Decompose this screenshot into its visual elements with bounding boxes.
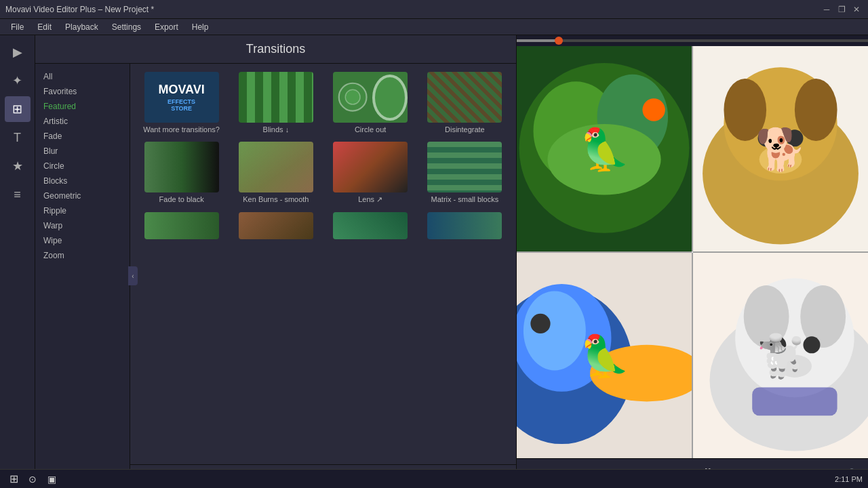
taskbar-time: 2:11 PM [835,475,863,483]
minimize-button[interactable]: ─ [821,3,833,16]
tool-media[interactable]: ▶ [5,39,31,65]
transition-item-10[interactable] [230,209,321,242]
category-circle[interactable]: Circle [35,159,130,174]
transition-effects-store[interactable]: MOVAVI EFFECTS STORE Want more transitio… [136,69,227,136]
collapse-sidebar-button[interactable]: ‹ [128,266,138,285]
svg-point-16 [760,145,802,174]
menu-settings[interactable]: Settings [106,21,146,33]
category-wipe[interactable]: Wipe [35,233,130,248]
transitions-title: Transitions [35,35,516,64]
category-geometric[interactable]: Geometric [35,188,130,203]
svg-point-30 [778,354,812,377]
svg-point-7 [642,98,665,121]
svg-rect-31 [752,388,837,416]
transitions-body: All Favorites Featured Artistic Fade Blu… [35,64,516,488]
transition-disintegrate[interactable]: Disintegrate [419,69,511,136]
transition-item-12[interactable] [419,209,511,242]
collage-cell-dog-topright [693,46,868,251]
search-taskbar-button[interactable]: ⊙ [24,471,41,487]
window-title: Movavi Video Editor Plus – New Project * [5,5,154,14]
transition-lens[interactable]: Lens ↗ [325,139,416,207]
svg-point-13 [795,79,837,141]
preview-area [517,46,868,458]
transitions-grid: MOVAVI EFFECTS STORE Want more transitio… [130,64,516,464]
taskbar-left: ⊞ ⊙ ▣ [5,471,60,487]
category-fade[interactable]: Fade [35,129,130,144]
tool-effects[interactable]: ✦ [5,68,31,94]
start-button[interactable]: ⊞ [5,471,22,487]
tool-favorites[interactable]: ★ [5,153,31,179]
svg-point-20 [524,291,586,370]
left-toolbar: ▶ ✦ ⊞ T ★ ≡ [0,35,35,488]
menu-bar: File Edit Playback Settings Export Help [0,19,868,35]
svg-point-22 [530,314,550,333]
menu-export[interactable]: Export [149,21,184,33]
menu-file[interactable]: File [5,21,29,33]
category-blur[interactable]: Blur [35,144,130,159]
transition-label: Fade to black [159,195,204,203]
transition-label: Blinds ↓ [263,125,290,134]
svg-point-15 [786,129,803,146]
close-button[interactable]: ✕ [850,3,863,16]
svg-point-8 [547,124,660,195]
seek-bar[interactable] [517,39,868,42]
transition-label: Ken Burns - smooth [243,195,309,203]
seek-progress [517,39,559,42]
svg-point-14 [758,129,775,146]
preview-panel: 00:00:07.123 ⏮ ⏸ ⏭ ⤢ ⊡ 🔊 [517,35,868,488]
transition-label: Lens ↗ [358,195,382,204]
category-blocks[interactable]: Blocks [35,174,130,188]
taskbar: ⊞ ⊙ ▣ 2:11 PM [0,469,868,488]
transition-label: Disintegrate [445,125,485,134]
content-area: Transitions All Favorites Featured Artis… [35,35,868,488]
transition-fade-black[interactable]: Fade to black [136,139,227,207]
transitions-panel: Transitions All Favorites Featured Artis… [35,35,517,488]
collage-cell-dog-bottomright [693,253,868,458]
menu-edit[interactable]: Edit [32,21,57,33]
tool-transitions[interactable]: ⊞ [5,96,31,122]
category-featured[interactable]: Featured [35,99,130,114]
category-warp[interactable]: Warp [35,218,130,233]
collage-cell-parrot-topleft [517,46,692,251]
taskbar-right: 2:11 PM [835,475,863,483]
task-view-button[interactable]: ▣ [43,471,60,487]
transition-label: Want more transitions? [143,125,220,134]
category-all[interactable]: All [35,69,130,84]
transition-item-11[interactable] [325,209,416,242]
tool-filters[interactable]: ≡ [5,182,31,207]
menu-help[interactable]: Help [186,21,214,33]
transition-ken-burns-smooth[interactable]: Ken Burns - smooth [230,139,321,207]
category-zoom[interactable]: Zoom [35,248,130,263]
maximize-button[interactable]: ❐ [835,3,848,16]
preview-collage [517,46,868,458]
category-favorites[interactable]: Favorites [35,84,130,99]
svg-point-26 [744,285,789,348]
menu-playback[interactable]: Playback [60,21,104,33]
category-ripple[interactable]: Ripple [35,203,130,218]
svg-point-12 [724,79,766,141]
collage-cell-parrot-bottomleft [517,253,692,458]
categories-sidebar: All Favorites Featured Artistic Fade Blu… [35,64,130,488]
transition-label: Matrix - small blocks [431,195,499,203]
main-area: ▶ ✦ ⊞ T ★ ≡ Transitions All Favorites Fe… [0,35,868,488]
tool-text[interactable]: T [5,125,31,150]
seek-handle[interactable] [555,37,563,45]
transition-matrix-small-blocks[interactable]: Matrix - small blocks [419,139,511,207]
category-artistic[interactable]: Artistic [35,114,130,129]
svg-point-2 [345,89,360,104]
transition-blinds[interactable]: Blinds ↓ [230,69,321,136]
transition-circle-out[interactable]: Circle out [325,69,416,136]
seek-bar-area[interactable] [517,35,868,46]
svg-point-29 [803,336,820,353]
transition-item-9[interactable] [136,209,227,242]
transition-label: Circle out [355,125,386,134]
svg-point-28 [769,336,786,353]
title-bar: Movavi Video Editor Plus – New Project *… [0,0,868,19]
transitions-grid-area: MOVAVI EFFECTS STORE Want more transitio… [130,64,516,488]
